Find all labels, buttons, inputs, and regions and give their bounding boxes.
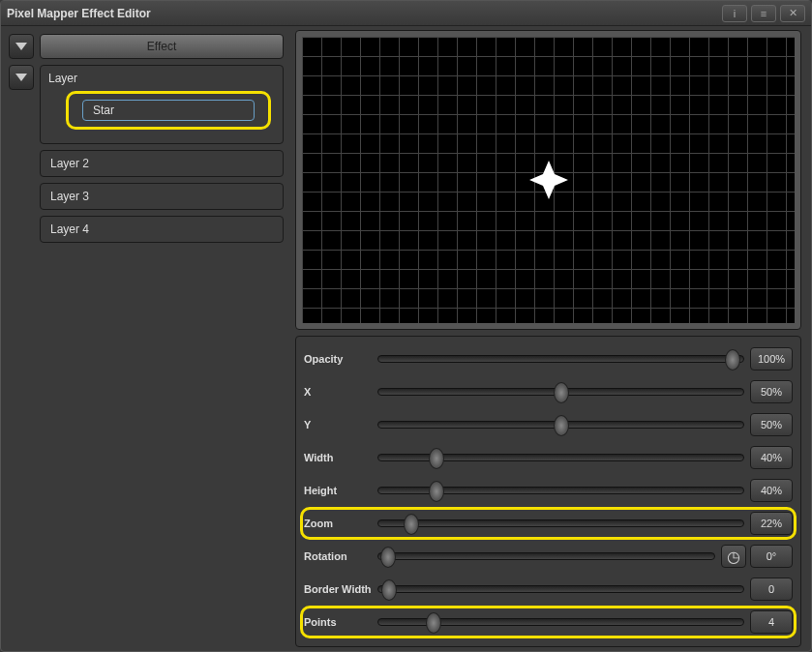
param-label: Border Width	[304, 583, 377, 595]
param-row-border-width: Border Width0	[304, 575, 793, 604]
effect-label: Effect	[147, 40, 176, 53]
slider-thumb[interactable]	[381, 579, 397, 601]
slider-track[interactable]	[377, 487, 744, 494]
selected-highlight: Star	[66, 91, 271, 130]
param-value[interactable]: 100%	[750, 347, 793, 370]
preview-panel	[295, 30, 801, 330]
preview-grid	[302, 37, 795, 323]
slider-track[interactable]	[377, 355, 744, 363]
param-label: Width	[304, 452, 377, 463]
slider-track[interactable]	[377, 454, 744, 461]
param-value[interactable]: 40%	[750, 446, 793, 469]
param-value[interactable]: 50%	[750, 413, 793, 436]
slider-track[interactable]	[377, 552, 715, 560]
param-label: Zoom	[304, 518, 377, 529]
layer-label: Layer	[48, 72, 275, 85]
editor-window: Pixel Mapper Effect Editor i ≡ ✕ Effect …	[0, 0, 812, 652]
svg-marker-0	[529, 161, 568, 199]
param-label: Opacity	[304, 353, 377, 365]
titlebar: Pixel Mapper Effect Editor i ≡ ✕	[1, 1, 811, 26]
param-value[interactable]: 50%	[750, 380, 793, 403]
param-label: Rotation	[304, 550, 377, 562]
effect-button[interactable]: Effect	[40, 34, 284, 59]
param-label: Y	[304, 419, 377, 430]
slider-thumb[interactable]	[554, 415, 569, 436]
param-value[interactable]: 22%	[750, 512, 793, 535]
param-value[interactable]: 0	[750, 578, 793, 601]
layer-sub-item-star[interactable]: Star	[82, 100, 255, 121]
window-title: Pixel Mapper Effect Editor	[7, 7, 718, 20]
param-row-points: Points4	[304, 608, 793, 637]
slider-track[interactable]	[377, 388, 744, 396]
sub-item-label: Star	[93, 104, 114, 117]
slider-thumb[interactable]	[426, 612, 441, 634]
param-row-width: Width40%	[304, 443, 793, 472]
slider-thumb[interactable]	[429, 448, 444, 469]
param-row-opacity: Opacity100%	[304, 344, 793, 373]
param-label: Height	[304, 485, 377, 496]
param-row-y: Y50%	[304, 410, 793, 439]
param-row-zoom: Zoom22%	[304, 509, 793, 538]
param-row-height: Height40%	[304, 476, 793, 505]
layer-collapse-button[interactable]	[9, 65, 34, 90]
info-button[interactable]: i	[722, 5, 747, 22]
content-area: Effect Layer Star Layer 2Layer 3Layer 4	[1, 26, 811, 651]
menu-button[interactable]: ≡	[751, 5, 776, 22]
param-value[interactable]: 40%	[750, 479, 793, 502]
chevron-down-icon	[15, 74, 27, 81]
param-value[interactable]: 0°	[750, 545, 793, 568]
clock-icon[interactable]: ◷	[721, 545, 746, 568]
slider-thumb[interactable]	[725, 349, 740, 370]
right-panel: Opacity100%X50%Y50%Width40%Height40%Zoom…	[291, 26, 811, 651]
layer-item[interactable]: Layer 4	[40, 216, 284, 243]
param-label: X	[304, 386, 377, 398]
slider-thumb[interactable]	[404, 514, 419, 535]
star-shape-icon	[527, 159, 570, 201]
slider-thumb[interactable]	[554, 382, 569, 403]
layer-item[interactable]: Layer 2	[40, 150, 284, 177]
layer-box[interactable]: Layer Star	[40, 65, 284, 144]
param-row-x: X50%	[304, 377, 793, 406]
param-label: Points	[304, 616, 377, 628]
param-row-rotation: Rotation◷0°	[304, 542, 793, 571]
param-value[interactable]: 4	[750, 610, 793, 634]
slider-track[interactable]	[377, 421, 744, 429]
slider-track[interactable]	[377, 618, 744, 626]
parameters-panel: Opacity100%X50%Y50%Width40%Height40%Zoom…	[295, 336, 801, 647]
layer-item[interactable]: Layer 3	[40, 183, 284, 210]
close-button[interactable]: ✕	[780, 5, 805, 22]
slider-track[interactable]	[377, 519, 744, 527]
slider-track[interactable]	[377, 585, 744, 593]
chevron-down-icon	[15, 43, 27, 50]
left-panel: Effect Layer Star Layer 2Layer 3Layer 4	[1, 26, 291, 651]
slider-thumb[interactable]	[429, 481, 444, 502]
slider-thumb[interactable]	[380, 547, 396, 568]
effect-collapse-button[interactable]	[9, 34, 34, 59]
